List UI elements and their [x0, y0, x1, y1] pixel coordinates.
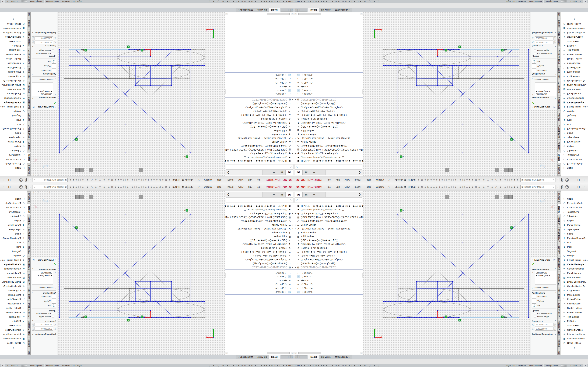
sketch-tool-item[interactable]: ⊛ Circular Sketch Pattern: [562, 284, 588, 288]
view-toolbar-icon[interactable]: [171, 168, 175, 172]
scrollbar-track[interactable]: [297, 352, 360, 354]
sketch-tool-item[interactable]: ◖ Partial Ellipse: [0, 140, 26, 144]
sketch-tool-item[interactable]: ◡ Tangent Arc: [562, 210, 588, 214]
maximize-button[interactable]: ❐: [9, 186, 11, 188]
add-relation-button[interactable]: ⚓ Fix: [532, 303, 556, 307]
sketch-tool-item[interactable]: ↻ Rotate Entities: [0, 297, 26, 301]
sketch-tool-item[interactable]: ⊏ Offset Entities: [562, 22, 588, 26]
view-toolbar-icon[interactable]: [162, 195, 166, 199]
view-toolbar-icon[interactable]: [463, 168, 467, 172]
view-toolbar-icon[interactable]: [166, 195, 171, 199]
view-toolbar-icon[interactable]: [499, 195, 503, 199]
parameter-value-input[interactable]: 10.88152731: [535, 323, 553, 326]
checkbox-box[interactable]: [534, 49, 536, 51]
collapse-icon[interactable]: ⌃: [32, 309, 34, 312]
scrollbar-thumb[interactable]: [267, 13, 290, 15]
tree-row[interactable]: ✎ ◯ƧƸ·∩ ✱ ♟АM◯◦◯MА♟ ✱ ∩·ƸƧ◯: [294, 125, 363, 129]
tab-nav-button[interactable]: ▶|: [281, 355, 284, 359]
sketch-tool-item[interactable]: ▭ Corner Rectangle: [0, 96, 26, 100]
commandmanager-tab[interactable]: Weldments: [27, 81, 31, 95]
tree-row[interactable]: ⌐ (-) Sketch1: [294, 92, 363, 96]
child-window-button[interactable]: –: [545, 191, 547, 193]
sketch-tool-item[interactable]: ⊏ Offset Entities: [0, 22, 26, 26]
view-toolbar-icon[interactable]: [454, 195, 458, 199]
sketch-tool-item[interactable]: ∿ Spline: [562, 131, 588, 135]
tab-nav-button[interactable]: ▶: [301, 355, 304, 359]
spin-down-button[interactable]: ▼: [32, 329, 35, 331]
tree-row[interactable]: ▱ ◯ ✛ИN◎♟÷◯ ✱◉ǀ◯◦◯ǀ◉✱ ◯÷♟◎NИ✛ ◯: [294, 113, 363, 117]
view-toolbar-icon[interactable]: [476, 195, 481, 199]
child-window-button[interactable]: ❐: [37, 174, 39, 176]
tree-row[interactable]: ▱ ◯ ✛ɟƃɔ·♟◯ ✱◉ǀ◯◦◯ǀ◉✱ ◯♟·ɔƃɟ✛ ◯: [225, 106, 294, 109]
view-toolbar-icon[interactable]: [107, 195, 112, 199]
sketch-tool-item[interactable]: ↗ Scale Entities: [562, 61, 588, 66]
view-toolbar-icon[interactable]: [486, 195, 490, 199]
view-toolbar-icon[interactable]: [75, 168, 80, 172]
view-toolbar-icon[interactable]: [367, 195, 372, 199]
status-custom-dropdown[interactable]: Custom ▲: [5, 0, 20, 3]
pin-menu-icon[interactable]: ⚲: [388, 185, 390, 189]
help-icon[interactable]: ?: [19, 185, 23, 189]
option-checkbox[interactable]: For construction: [534, 52, 556, 54]
checkbox-box[interactable]: [534, 52, 536, 54]
sketch-tool-item[interactable]: ↻ Rotate Entities: [562, 66, 588, 70]
sketch-tool-item[interactable]: ⊗ Intersection Curve: [0, 31, 26, 35]
tree-row[interactable]: ▦ ◯ƧƸ✛ƷƐƸƧ◯ ИN◎·✛ ƆCƷƐ∩ƷƐƸƧ◯◦◯ƧƸƷƐ∩ƐƷCƆ …: [225, 215, 294, 219]
tree-row[interactable]: ∟ ◯ИN∘ƃʞ∘♟◎◯◦◯◎♟∘ʞƃ∘NИ◯: [225, 102, 294, 106]
tree-row[interactable]: ⊜ Material < not specified >: [225, 246, 294, 250]
pin-menu-icon[interactable]: ⚲: [198, 185, 200, 189]
view-toolbar-icon[interactable]: [422, 168, 426, 172]
child-window-button[interactable]: ❏: [49, 174, 52, 176]
sketch-tool-item[interactable]: ▱ Parallelogram: [562, 92, 588, 96]
tree-row[interactable]: ⌐ (-) Sketch1: [294, 271, 363, 275]
commandmanager-tab[interactable]: Evaluate: [27, 111, 31, 123]
spin-down-button[interactable]: ▼: [32, 41, 35, 42]
add-relation-button[interactable]: ❘ Vertical: [32, 64, 56, 68]
spin-down-button[interactable]: ▼: [553, 41, 556, 42]
sketch-tool-item[interactable]: ∴ Segment: [0, 114, 26, 118]
collapse-icon[interactable]: ⌃: [554, 55, 556, 58]
sketch-tool-item[interactable]: ○ Circle: [0, 166, 26, 170]
sketch-tool-item[interactable]: ⊞ Linear Sketch Pattern: [0, 280, 26, 284]
ok-checkmark-button[interactable]: ✔: [32, 262, 56, 266]
sketch-tool-item[interactable]: ∿ Style Spline: [0, 135, 26, 140]
view-toolbar-icon[interactable]: [508, 195, 513, 199]
view-toolbar-icon[interactable]: [458, 168, 463, 172]
user-account-icon[interactable]: ◉: [560, 185, 563, 189]
relation-item[interactable]: Collinear108: [536, 272, 555, 274]
sketch-tool-item[interactable]: ◠ Centerpoint Arc: [0, 205, 26, 210]
add-relation-button[interactable]: ❘ Vertical: [532, 64, 556, 68]
commandmanager-tab[interactable]: Data Migration: [557, 320, 561, 337]
sketch-tool-item[interactable]: ⊙ Ellipse: [0, 144, 26, 149]
menu-item[interactable]: Edit: [333, 178, 342, 182]
tree-row[interactable]: ⊜ Material < not specified >: [294, 117, 363, 121]
view-toolbar-icon[interactable]: [495, 168, 499, 172]
menu-item[interactable]: Edit: [246, 178, 254, 182]
view-toolbar-icon[interactable]: [386, 195, 390, 199]
parameter-value-input[interactable]: 0.00000000°: [535, 36, 553, 40]
tree-row[interactable]: ✎ ◯ƧƸ·∩ ✱ ♟АM◯◦◯MА♟ ✱ ∩·ƸƧ◯: [225, 125, 294, 129]
tree-row[interactable]: ✎ ◯ƧƸ·∩ ✱ ♟АM◯◦◯MА♟ ✱ ∩·ƸƧ◯: [225, 238, 294, 242]
sketch-tool-item[interactable]: ✥ Move Entities: [562, 293, 588, 297]
view-toolbar-icon[interactable]: [399, 195, 403, 199]
sketch-tool-item[interactable]: ◖ Partial Ellipse: [562, 140, 588, 144]
sketch-tool-item[interactable]: ⊙ Ellipse: [562, 144, 588, 149]
sketch-tool-item[interactable]: ⊛ Circular Sketch Pattern: [562, 79, 588, 83]
view-toolbar-icon[interactable]: [194, 195, 198, 199]
view-toolbar-icon[interactable]: [449, 168, 453, 172]
minimize-button[interactable]: –: [572, 179, 574, 182]
sketch-tool-item[interactable]: ∿ Spline: [562, 232, 588, 236]
view-toolbar-icon[interactable]: [467, 195, 472, 199]
tree-row[interactable]: ▣ TЯPDL2. ◉ ƷƐ ◉ Ш ◉ ◉ ◉ ✛ ◉ ƆC ◉ ƷƐ ◉ ·…: [294, 204, 363, 208]
sketch-tool-item[interactable]: ▣ Center Rectangle: [562, 100, 588, 105]
search-icon[interactable]: ⌕: [552, 179, 554, 182]
collapse-icon[interactable]: ⌃: [32, 97, 34, 99]
view-toolbar-icon[interactable]: [440, 168, 444, 172]
featuremanager-tab[interactable]: ▣: [295, 192, 303, 197]
menu-item[interactable]: Insert: [353, 185, 363, 189]
menu-item[interactable]: View: [236, 178, 245, 182]
sketch-tool-item[interactable]: ◌ Perimeter Circle: [0, 201, 26, 205]
commandmanager-tab[interactable]: Surfaces: [27, 140, 31, 152]
more-tools-chevron[interactable]: »: [0, 18, 26, 21]
menu-item[interactable]: Tools: [363, 185, 373, 189]
